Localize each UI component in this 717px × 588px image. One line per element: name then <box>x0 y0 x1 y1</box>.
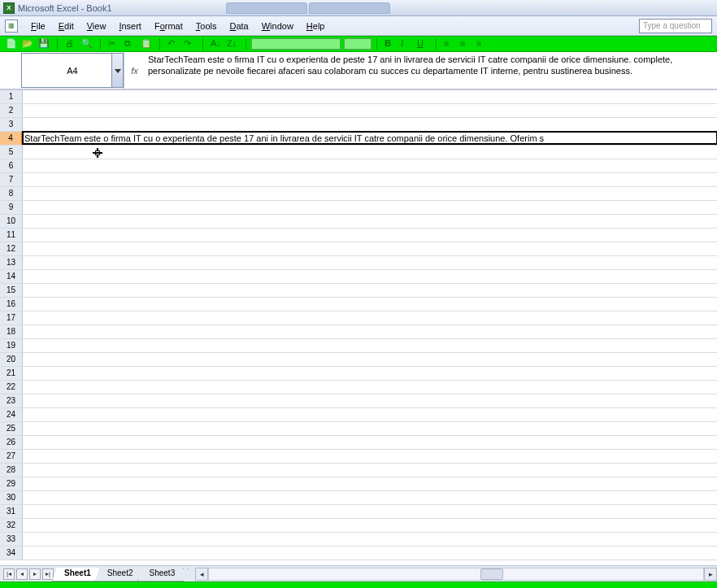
scroll-right-button[interactable]: ▸ <box>704 568 717 581</box>
italic-icon[interactable]: I <box>401 38 412 50</box>
underline-icon[interactable]: U <box>417 38 428 50</box>
row-cells[interactable] <box>23 464 717 477</box>
row-cells[interactable] <box>23 381 717 394</box>
row-header[interactable]: 24 <box>0 408 23 421</box>
row-cells[interactable] <box>23 533 717 546</box>
row-header[interactable]: 27 <box>0 450 23 463</box>
menu-help[interactable]: Help <box>300 20 332 33</box>
insert-function-button[interactable]: fx <box>124 52 145 89</box>
first-sheet-button[interactable]: |◂ <box>3 568 15 580</box>
sheet-tab-sheet2[interactable]: Sheet2 <box>95 568 142 581</box>
row-cells[interactable] <box>23 311 717 324</box>
row-header[interactable]: 29 <box>0 477 23 490</box>
row-cells[interactable]: StarTechTeam este o firma IT cu o experi… <box>23 132 717 145</box>
scroll-thumb[interactable] <box>480 568 503 580</box>
row-header[interactable]: 26 <box>0 436 23 449</box>
row-header[interactable]: 22 <box>0 381 23 394</box>
menu-insert[interactable]: Insert <box>112 20 148 33</box>
row-cells[interactable] <box>23 491 717 504</box>
row-cells[interactable] <box>23 215 717 228</box>
row-cells[interactable] <box>23 229 717 242</box>
align-left-icon[interactable]: ≡ <box>444 38 455 50</box>
row-cells[interactable] <box>23 325 717 338</box>
row-header[interactable]: 7 <box>0 173 23 186</box>
row-header[interactable]: 5 <box>0 146 23 159</box>
row-cells[interactable] <box>23 173 717 186</box>
workbook-icon[interactable]: ▦ <box>5 20 18 33</box>
scroll-left-button[interactable]: ◂ <box>195 568 208 581</box>
bold-icon[interactable]: B <box>385 38 396 50</box>
row-cells[interactable] <box>23 450 717 463</box>
horizontal-scrollbar[interactable]: ◂ ▸ <box>195 566 717 581</box>
row-header[interactable]: 33 <box>0 533 23 546</box>
menu-view[interactable]: View <box>80 20 113 33</box>
row-header[interactable]: 25 <box>0 422 23 435</box>
row-header[interactable]: 11 <box>0 229 23 242</box>
sheet-tab-sheet3[interactable]: Sheet3 <box>137 568 185 581</box>
row-cells[interactable] <box>23 284 717 297</box>
align-right-icon[interactable]: ≡ <box>476 38 488 50</box>
row-cells[interactable] <box>23 104 717 117</box>
row-cells[interactable] <box>23 519 717 532</box>
row-cells[interactable] <box>23 159 717 172</box>
row-cells[interactable] <box>23 477 717 490</box>
row-cells[interactable] <box>23 339 717 352</box>
copy-icon[interactable]: ⧉ <box>124 38 136 50</box>
row-cells[interactable] <box>23 90 717 103</box>
row-cells[interactable] <box>23 394 717 407</box>
row-header[interactable]: 32 <box>0 519 23 532</box>
name-box-dropdown[interactable] <box>111 54 123 87</box>
worksheet-grid[interactable]: 1234StarTechTeam este o firma IT cu o ex… <box>0 89 717 565</box>
row-cells[interactable] <box>23 146 717 159</box>
menu-file[interactable]: File <box>24 20 52 33</box>
sort-desc-icon[interactable]: Z↓ <box>227 38 238 50</box>
row-header[interactable]: 1 <box>0 90 23 103</box>
row-header[interactable]: 14 <box>0 270 23 283</box>
row-cells[interactable] <box>23 256 717 269</box>
row-header[interactable]: 34 <box>0 547 23 560</box>
row-header[interactable]: 13 <box>0 256 23 269</box>
redo-icon[interactable]: ↷ <box>184 38 195 50</box>
sort-asc-icon[interactable]: A↓ <box>211 38 222 50</box>
row-header[interactable]: 12 <box>0 242 23 255</box>
row-header[interactable]: 16 <box>0 298 23 311</box>
row-header[interactable]: 8 <box>0 187 23 200</box>
row-header[interactable]: 28 <box>0 464 23 477</box>
row-header[interactable]: 4 <box>0 132 23 145</box>
print-icon[interactable]: 🖨 <box>65 38 76 50</box>
row-header[interactable]: 19 <box>0 339 23 352</box>
menu-data[interactable]: Data <box>223 20 254 33</box>
row-cells[interactable] <box>23 242 717 255</box>
row-header[interactable]: 30 <box>0 491 23 504</box>
row-cells[interactable] <box>23 422 717 435</box>
open-icon[interactable]: 📂 <box>22 38 33 50</box>
scroll-track[interactable] <box>208 568 704 581</box>
row-cells[interactable] <box>23 353 717 366</box>
last-sheet-button[interactable]: ▸| <box>42 568 54 580</box>
row-cells[interactable] <box>23 547 717 560</box>
align-center-icon[interactable]: ≡ <box>460 38 471 50</box>
menu-window[interactable]: Window <box>255 20 300 33</box>
row-cells[interactable] <box>23 298 717 311</box>
row-header[interactable]: 6 <box>0 159 23 172</box>
row-cells[interactable] <box>23 187 717 200</box>
prev-sheet-button[interactable]: ◂ <box>16 568 28 580</box>
undo-icon[interactable]: ↶ <box>167 38 179 50</box>
save-icon[interactable]: 💾 <box>38 38 50 50</box>
row-cells[interactable] <box>23 408 717 421</box>
help-search-box[interactable]: Type a question <box>639 19 712 33</box>
row-cells[interactable] <box>23 367 717 380</box>
row-header[interactable]: 3 <box>0 118 23 131</box>
row-cells[interactable] <box>23 270 717 283</box>
sheet-tab-sheet1[interactable]: Sheet1 <box>52 568 100 581</box>
row-cells[interactable] <box>23 505 717 518</box>
row-header[interactable]: 9 <box>0 201 23 214</box>
row-cells[interactable] <box>23 201 717 214</box>
row-header[interactable]: 20 <box>0 353 23 366</box>
row-header[interactable]: 17 <box>0 311 23 324</box>
preview-icon[interactable]: 🔍 <box>81 38 93 50</box>
row-header[interactable]: 23 <box>0 394 23 407</box>
paste-icon[interactable]: 📋 <box>141 38 152 50</box>
row-header[interactable]: 21 <box>0 367 23 380</box>
next-sheet-button[interactable]: ▸ <box>29 568 41 580</box>
